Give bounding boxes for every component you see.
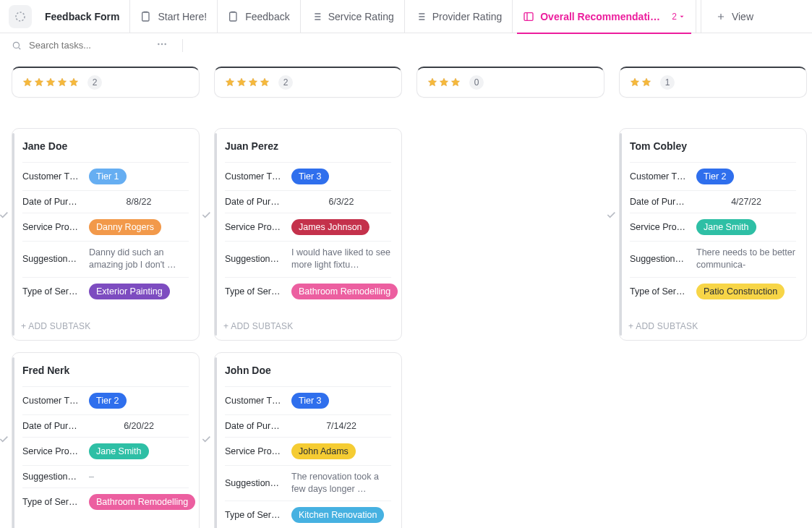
field-label: Service Pro…: [225, 222, 284, 232]
tier-chip: Tier 1: [89, 169, 127, 184]
service-chip: Patio Construction: [696, 284, 785, 299]
complete-check-icon[interactable]: [0, 433, 9, 447]
tier-chip: Tier 2: [696, 169, 734, 184]
view-button[interactable]: View: [706, 0, 764, 33]
card-title: John Doe: [225, 365, 391, 376]
column-header[interactable]: 0: [416, 67, 604, 98]
service-chip: Exterior Painting: [89, 284, 170, 299]
rating-stars: [427, 77, 461, 88]
field-label: Customer T…: [22, 171, 82, 182]
board-column: 2 Jane Doe Customer T…Tier 1 Date of Pur…: [12, 67, 200, 528]
add-subtask-button[interactable]: + ADD SUBTASK: [12, 524, 199, 529]
search-icon: [12, 41, 22, 51]
card-title: Jane Doe: [22, 140, 189, 152]
provider-chip: Jane Smith: [89, 443, 149, 459]
rating-stars: [225, 77, 270, 88]
app-logo-icon: [9, 5, 32, 28]
field-label: Date of Pur…: [630, 197, 689, 207]
field-label: Date of Pur…: [225, 197, 284, 207]
column-header[interactable]: 2: [214, 67, 402, 98]
field-label: Service Pro…: [630, 222, 689, 232]
complete-check-icon[interactable]: [200, 209, 212, 223]
tab-provider-rating[interactable]: Provider Rating: [405, 0, 513, 33]
column-count: 2: [87, 75, 102, 90]
service-chip: Bathroom Remodelling: [291, 284, 398, 299]
svg-point-5: [158, 43, 159, 45]
tab-feedback[interactable]: Feedback: [218, 0, 300, 33]
field-label: Suggestion…: [22, 472, 82, 482]
service-chip: Bathroom Remodelling: [89, 494, 195, 510]
svg-rect-1: [142, 12, 149, 21]
task-card[interactable]: Fred Nerk Customer T…Tier 2 Date of Pur……: [12, 352, 200, 529]
suggestions-value: There needs to be better communica-: [696, 247, 796, 271]
svg-rect-2: [230, 12, 236, 21]
field-label: Date of Pur…: [22, 197, 82, 207]
tab-overall-recommendation[interactable]: Overall Recommendatio… 2: [513, 0, 696, 33]
field-label: Date of Pur…: [225, 421, 284, 431]
date-value: 7/14/22: [291, 421, 391, 431]
tab-label: Start Here!: [158, 11, 207, 22]
list-icon: [415, 11, 427, 22]
column-header[interactable]: 2: [12, 67, 200, 98]
board-column: 0: [416, 67, 604, 98]
card-title: Fred Nerk: [22, 365, 189, 376]
complete-check-icon[interactable]: [605, 209, 617, 223]
search-input[interactable]: [27, 39, 143, 51]
tab-start-here[interactable]: Start Here!: [130, 0, 218, 33]
list-icon: [311, 11, 322, 22]
svg-point-0: [16, 12, 25, 21]
field-label: Type of Ser…: [225, 510, 284, 520]
field-label: Customer T…: [22, 396, 82, 406]
task-card[interactable]: Juan Perez Customer T…Tier 3 Date of Pur…: [214, 128, 402, 341]
sub-toolbar: [0, 33, 812, 58]
tab-label: Provider Rating: [432, 11, 503, 22]
svg-rect-3: [524, 12, 533, 20]
field-label: Service Pro…: [225, 446, 284, 456]
rating-stars: [630, 77, 651, 88]
divider: [182, 39, 183, 52]
column-count: 1: [660, 75, 675, 90]
board-column: 2 Juan Perez Customer T…Tier 3 Date of P…: [214, 67, 402, 528]
card-title: Juan Perez: [225, 140, 391, 152]
task-card[interactable]: John Doe Customer T…Tier 3 Date of Pur…7…: [214, 352, 402, 529]
tab-label: Overall Recommendatio…: [540, 11, 663, 22]
date-value: 6/3/22: [291, 197, 391, 207]
column-header[interactable]: 1: [619, 67, 807, 98]
add-subtask-button[interactable]: + ADD SUBTASK: [215, 314, 401, 340]
column-count: 0: [469, 75, 484, 90]
add-subtask-button[interactable]: + ADD SUBTASK: [12, 314, 199, 340]
provider-chip: Danny Rogers: [89, 219, 161, 235]
tab-count: 2: [672, 12, 685, 22]
add-subtask-button[interactable]: + ADD SUBTASK: [620, 314, 806, 340]
field-label: Type of Ser…: [630, 286, 689, 297]
svg-point-7: [164, 43, 166, 45]
top-tabs: Feedback Form Start Here! Feedback Servi…: [0, 0, 812, 33]
provider-chip: John Adams: [291, 443, 356, 459]
tab-label: Feedback: [245, 11, 289, 22]
tier-chip: Tier 3: [291, 169, 329, 184]
plus-icon: [716, 12, 726, 22]
more-menu[interactable]: [156, 38, 168, 52]
rating-stars: [22, 77, 79, 88]
search-box[interactable]: [12, 39, 143, 51]
tab-service-rating[interactable]: Service Rating: [301, 0, 405, 33]
provider-chip: Jane Smith: [696, 219, 756, 235]
svg-point-4: [13, 42, 19, 48]
field-label: Customer T…: [630, 171, 689, 182]
task-card[interactable]: Jane Doe Customer T…Tier 1 Date of Pur…8…: [12, 128, 200, 341]
card-title: Tom Cobley: [630, 140, 796, 152]
field-label: Suggestion…: [630, 254, 689, 264]
field-label: Service Pro…: [22, 446, 82, 456]
form-icon: [228, 11, 239, 22]
app-title-tab[interactable]: Feedback Form: [9, 0, 130, 33]
suggestions-value: –: [89, 472, 94, 482]
board: 2 Jane Doe Customer T…Tier 1 Date of Pur…: [0, 58, 812, 528]
task-card[interactable]: Tom Cobley Customer T…Tier 2 Date of Pur…: [619, 128, 807, 341]
complete-check-icon[interactable]: [200, 433, 212, 447]
board-column: 1 Tom Cobley Customer T…Tier 2 Date of P…: [619, 67, 807, 341]
field-label: Customer T…: [225, 396, 284, 406]
tier-chip: Tier 3: [291, 393, 329, 409]
field-label: Type of Ser…: [22, 286, 82, 297]
complete-check-icon[interactable]: [0, 209, 9, 223]
service-chip: Kitchen Renovation: [291, 507, 384, 523]
